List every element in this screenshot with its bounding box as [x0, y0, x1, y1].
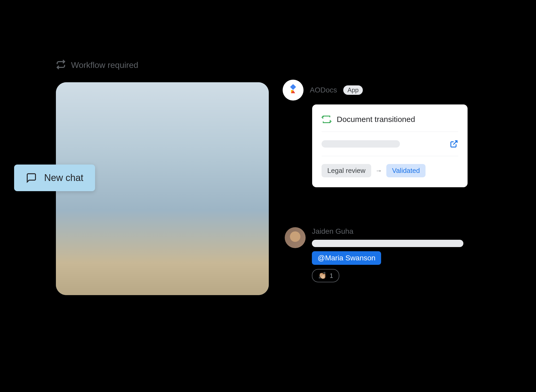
external-link-icon[interactable] — [450, 140, 458, 148]
user-message: Jaiden Guha @Maria Swanson 👏🏼 1 — [285, 227, 463, 282]
svg-rect-0 — [290, 84, 296, 90]
workflow-label: Workflow required — [71, 60, 138, 70]
workflow-header: Workflow required — [56, 60, 138, 71]
aodocs-avatar — [283, 80, 304, 101]
clap-emoji: 👏🏼 — [318, 272, 327, 280]
document-transition-card: Document transitioned Legal review → Val… — [312, 104, 468, 187]
new-chat-label: New chat — [44, 172, 83, 183]
chat-icon — [26, 172, 37, 183]
repeat-icon — [56, 60, 66, 71]
aodocs-header: AODocs App — [283, 80, 363, 101]
card-middle — [322, 132, 458, 156]
app-badge: App — [343, 85, 363, 95]
card-footer: Legal review → Validated — [322, 156, 458, 177]
aodocs-name: AODocs — [310, 86, 337, 94]
message-content: Jaiden Guha @Maria Swanson 👏🏼 1 — [312, 227, 463, 282]
user-avatar[interactable] — [285, 227, 306, 248]
document-name-placeholder — [322, 140, 400, 148]
reaction-count: 1 — [330, 272, 333, 279]
reaction-chip[interactable]: 👏🏼 1 — [312, 269, 339, 282]
status-to: Validated — [386, 164, 426, 177]
new-chat-button[interactable]: New chat — [14, 165, 95, 191]
status-from: Legal review — [322, 164, 371, 177]
arrow-icon: → — [375, 167, 382, 175]
card-header: Document transitioned — [322, 114, 458, 132]
message-text-placeholder — [312, 240, 463, 247]
mention-chip[interactable]: @Maria Swanson — [312, 251, 381, 265]
transition-arrow-icon — [322, 114, 331, 124]
user-name: Jaiden Guha — [312, 227, 463, 236]
card-title: Document transitioned — [337, 115, 415, 124]
svg-line-3 — [453, 141, 457, 145]
